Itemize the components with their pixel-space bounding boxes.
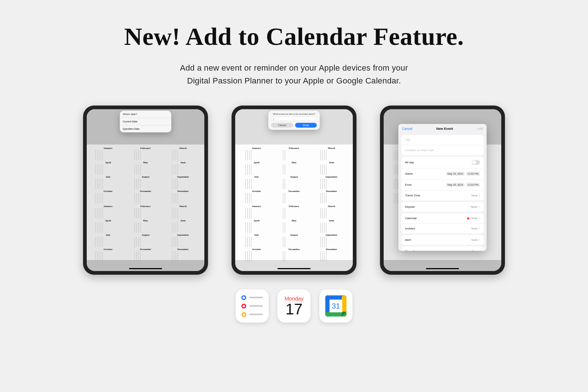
month-cell: August [276, 175, 312, 189]
page-subtitle: Add a new event or reminder on your Appl… [15, 61, 573, 87]
month-cell: September [165, 234, 201, 247]
reminders-app-icon [236, 289, 269, 322]
month-cell: February [276, 147, 312, 160]
ipad-showcase-row: JanuaryFebruaryMarchAprilMayJuneJulyAugu… [15, 106, 573, 275]
year-view-left: JanuaryFebruaryMarchAprilMayJuneJulyAugu… [90, 147, 201, 203]
subtitle-line2: Digital Passion Planner to your Apple or… [187, 76, 401, 85]
month-cell: September [313, 175, 350, 189]
event-invitees-row[interactable]: Invitees None › [401, 224, 484, 234]
event-sheet-title: New Event [436, 127, 453, 131]
month-cell: June [313, 219, 350, 233]
event-add-button[interactable]: Add [477, 127, 483, 131]
subtitle-line1: Add a new event or reminder on your Appl… [180, 63, 408, 72]
google-calendar-icon: 31 [323, 293, 349, 319]
month-cell: June [165, 219, 201, 233]
month-cell: October [238, 190, 275, 203]
month-cell: October [90, 248, 126, 261]
month-cell: December [313, 190, 350, 203]
month-cell: December [165, 248, 201, 261]
month-cell: May [127, 219, 164, 233]
event-travel-row[interactable]: Travel Time None › [401, 190, 484, 200]
event-starts-row[interactable]: Starts May 29, 202412:02 PM [401, 168, 484, 179]
month-cell: November [276, 190, 312, 203]
year-view-left-2: JanuaryFebruaryMarchAprilMayJuneJulyAugu… [238, 147, 350, 203]
month-cell: October [238, 248, 275, 261]
popover-header: Which date? [120, 111, 171, 118]
month-cell: July [90, 234, 126, 247]
app-icons-row: Monday 17 31 [15, 289, 573, 322]
month-cell: April [90, 219, 126, 233]
event-alert-row[interactable]: Alert None › [401, 235, 484, 245]
month-cell: March [165, 147, 201, 160]
cancel-button[interactable]: Cancel [271, 123, 293, 128]
month-cell: May [276, 219, 312, 233]
ipad-screen-3: JanuaryFebruaryMarchAprilMayJuneJulyAugu… [384, 109, 501, 271]
event-ends-row[interactable]: Ends May 29, 202412:02 PM [401, 179, 484, 190]
month-cell: April [238, 161, 275, 175]
month-cell: June [313, 161, 350, 175]
month-cell: July [238, 234, 275, 247]
event-repeat-row[interactable]: Repeat Never › [401, 202, 484, 212]
month-cell: June [165, 161, 201, 175]
month-cell: November [276, 248, 312, 261]
ipad-screen-2: JanuaryFebruaryMarchAprilMayJuneJulyAugu… [235, 109, 353, 271]
month-cell: September [165, 175, 201, 189]
month-cell: October [90, 190, 126, 203]
month-cell: July [238, 175, 275, 189]
allday-toggle[interactable] [472, 160, 480, 165]
popover-option-specified-date[interactable]: Specified Date [120, 125, 171, 132]
popover-option-current-date[interactable]: Current Date [120, 118, 171, 125]
event-calendar-row[interactable]: Calendar Home › [401, 213, 484, 224]
month-cell: January [90, 205, 126, 218]
month-cell: August [127, 175, 164, 189]
event-title-field[interactable]: Title [401, 135, 484, 145]
ipad-screen-1: JanuaryFebruaryMarchAprilMayJuneJulyAugu… [87, 109, 204, 271]
event-allday-row[interactable]: All-day [401, 157, 484, 168]
apple-calendar-app-icon: Monday 17 [277, 289, 311, 322]
month-cell: March [313, 147, 350, 160]
year-view-right: JanuaryFebruaryMarchAprilMayJuneJulyAugu… [90, 205, 201, 261]
month-cell: May [127, 161, 164, 175]
event-showas-row[interactable]: Show As Busy › [401, 246, 484, 251]
month-cell: April [90, 161, 126, 175]
google-calendar-app-icon: 31 [319, 289, 352, 322]
month-cell: August [127, 234, 164, 247]
month-cell: July [90, 175, 126, 189]
event-location-field[interactable]: Location or Video Call [401, 145, 484, 155]
month-cell: March [165, 205, 201, 218]
month-cell: February [276, 205, 312, 218]
month-cell: May [276, 161, 312, 175]
month-cell: January [238, 205, 275, 218]
month-cell: March [313, 205, 350, 218]
month-cell: January [90, 147, 126, 160]
month-cell: December [313, 248, 350, 261]
month-cell: August [276, 234, 312, 247]
month-cell: January [238, 147, 275, 160]
done-button[interactable]: Done [295, 123, 317, 128]
new-event-sheet: Cancel New Event Add Title Location or V… [398, 124, 487, 251]
month-cell: April [238, 219, 275, 233]
reminder-prompt-label: What would you like to be reminded about… [271, 113, 317, 115]
month-cell: September [313, 234, 350, 247]
month-cell: November [127, 190, 164, 203]
year-view-right-2: JanuaryFebruaryMarchAprilMayJuneJulyAugu… [238, 205, 350, 261]
month-cell: February [127, 147, 164, 160]
ipad-frame-3: JanuaryFebruaryMarchAprilMayJuneJulyAugu… [380, 106, 505, 275]
month-cell: December [165, 190, 201, 203]
month-cell: November [127, 248, 164, 261]
google-cal-date: 31 [332, 302, 340, 310]
ipad-frame-1: JanuaryFebruaryMarchAprilMayJuneJulyAugu… [83, 106, 208, 275]
reminder-prompt-popover: What would you like to be reminded about… [268, 111, 320, 130]
page-title: New! Add to Calendar Feature. [15, 22, 573, 51]
ipad-frame-2: JanuaryFebruaryMarchAprilMayJuneJulyAugu… [232, 106, 356, 275]
reminder-text-input[interactable] [271, 117, 317, 121]
event-cancel-button[interactable]: Cancel [402, 127, 412, 131]
month-cell: February [127, 205, 164, 218]
which-date-popover: Which date? Current Date Specified Date [120, 111, 171, 132]
apple-cal-date: 17 [284, 302, 304, 317]
